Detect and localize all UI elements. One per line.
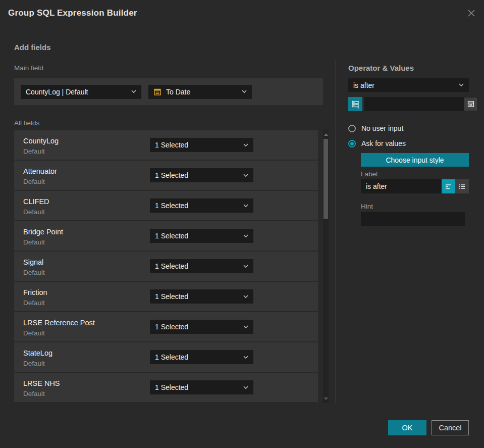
field-selected-dropdown[interactable]: 1 Selected xyxy=(150,289,253,304)
list-item: Bridge Point Default 1 Selected xyxy=(14,221,318,251)
main-field-type-value: To Date xyxy=(166,88,238,96)
radio-option-ask-for-values[interactable]: Ask for values xyxy=(348,139,406,147)
field-selected-dropdown-value: 1 Selected xyxy=(155,323,239,331)
field-selected-dropdown[interactable]: 1 Selected xyxy=(150,259,253,273)
main-field-panel: CountyLog | Default To Date xyxy=(14,78,323,105)
operator-values-heading: Operator & Values xyxy=(348,64,414,72)
chevron-down-icon xyxy=(242,90,247,93)
scrollbar-thumb[interactable] xyxy=(324,139,328,219)
field-selected-dropdown[interactable]: 1 Selected xyxy=(150,320,253,334)
hint-input[interactable] xyxy=(361,212,465,226)
operator-select[interactable]: is after xyxy=(348,78,469,92)
chevron-down-icon xyxy=(459,83,464,87)
chevron-down-icon xyxy=(131,90,136,93)
ok-button[interactable]: OK xyxy=(388,420,426,435)
all-fields-label: All fields xyxy=(14,119,39,127)
list-item: CountyLog Default 1 Selected xyxy=(14,130,318,160)
list-item: Friction Default 1 Selected xyxy=(14,282,318,311)
field-selected-dropdown[interactable]: 1 Selected xyxy=(150,350,253,364)
label-input[interactable] xyxy=(361,179,442,193)
field-selected-dropdown-value: 1 Selected xyxy=(155,383,239,391)
chevron-down-icon xyxy=(243,174,248,177)
date-value-field xyxy=(364,97,478,111)
vertical-divider xyxy=(336,60,336,404)
calendar-icon xyxy=(153,88,162,96)
choose-input-style-button[interactable]: Choose input style xyxy=(361,153,469,167)
date-value-input[interactable] xyxy=(364,97,464,111)
list-item: CLIFED Default 1 Selected xyxy=(14,191,318,220)
value-row xyxy=(348,97,469,111)
chevron-down-icon xyxy=(243,295,248,298)
field-selected-dropdown-value: 1 Selected xyxy=(155,171,239,179)
close-icon xyxy=(467,9,475,17)
chevron-down-icon xyxy=(243,143,248,147)
chevron-down-icon xyxy=(243,386,248,389)
list-item: StateLog Default 1 Selected xyxy=(14,342,318,372)
main-field-type-select[interactable]: To Date xyxy=(148,85,252,99)
list-item: LRSE Reference Post Default 1 Selected xyxy=(14,312,318,341)
radio-icon xyxy=(348,140,356,147)
list-input-style-icon xyxy=(458,183,466,190)
field-selected-dropdown-value: 1 Selected xyxy=(155,353,239,361)
field-selected-dropdown[interactable]: 1 Selected xyxy=(150,168,253,182)
main-field-label: Main field xyxy=(14,64,43,72)
text-input-style-icon xyxy=(445,183,452,190)
field-selected-dropdown-value: 1 Selected xyxy=(155,232,239,240)
chevron-down-icon xyxy=(243,234,248,238)
radio-icon xyxy=(348,125,356,132)
list-scrollbar[interactable] xyxy=(323,130,329,403)
field-selected-dropdown-value: 1 Selected xyxy=(155,292,239,301)
field-selected-dropdown[interactable]: 1 Selected xyxy=(150,229,253,243)
dialog-title: Group SQL Expression Builder xyxy=(8,8,137,18)
list-item: LRSE NHS Default 1 Selected xyxy=(14,373,318,402)
main-field-select-value: CountyLog | Default xyxy=(26,88,127,96)
field-selected-dropdown[interactable]: 1 Selected xyxy=(150,138,253,152)
cancel-button[interactable]: Cancel xyxy=(432,420,469,435)
field-selected-dropdown-value: 1 Selected xyxy=(155,141,239,149)
chevron-down-icon xyxy=(243,204,248,208)
label-input-row xyxy=(361,179,469,193)
input-type-button[interactable] xyxy=(348,97,362,111)
all-fields-list: CountyLog Default 1 Selected Attenuator … xyxy=(14,130,318,403)
list-item: Attenuator Default 1 Selected xyxy=(14,161,318,190)
radio-label: Ask for values xyxy=(361,139,406,147)
radio-label: No user input xyxy=(361,124,403,132)
chevron-down-icon xyxy=(243,356,248,359)
list-item: Signal Default 1 Selected xyxy=(14,252,318,281)
dialog-header: Group SQL Expression Builder xyxy=(0,0,484,26)
field-selected-dropdown-value: 1 Selected xyxy=(155,262,239,270)
chevron-down-icon xyxy=(243,265,248,268)
main-field-select[interactable]: CountyLog | Default xyxy=(21,85,141,99)
field-selected-dropdown[interactable]: 1 Selected xyxy=(150,198,253,213)
add-fields-heading: Add fields xyxy=(14,43,51,52)
date-picker-button[interactable] xyxy=(464,97,477,111)
label-field-label: Label xyxy=(361,170,378,178)
operator-select-value: is after xyxy=(353,81,455,89)
input-type-icon xyxy=(351,100,360,109)
list-input-style-toggle[interactable] xyxy=(455,179,469,193)
calendar-icon xyxy=(467,100,475,108)
hint-field-label: Hint xyxy=(361,203,373,210)
chevron-down-icon xyxy=(243,325,248,329)
close-button[interactable] xyxy=(466,8,477,19)
group-sql-expression-builder-dialog: Group SQL Expression Builder Add fields … xyxy=(0,0,484,448)
field-selected-dropdown-value: 1 Selected xyxy=(155,202,239,210)
scroll-up-arrow-icon[interactable] xyxy=(324,133,328,136)
radio-option-no-user-input[interactable]: No user input xyxy=(348,124,403,132)
text-input-style-toggle[interactable] xyxy=(442,179,455,193)
scroll-down-arrow-icon[interactable] xyxy=(324,397,328,400)
field-selected-dropdown[interactable]: 1 Selected xyxy=(150,380,253,394)
